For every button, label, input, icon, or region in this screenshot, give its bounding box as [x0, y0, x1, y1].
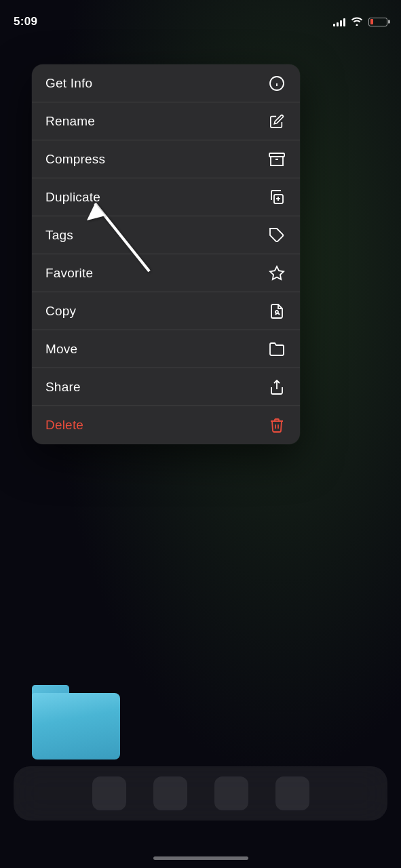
menu-item-duplicate-label: Duplicate — [45, 190, 100, 205]
wifi-icon — [351, 16, 363, 28]
menu-item-favorite[interactable]: Favorite — [32, 254, 300, 292]
duplicate-icon — [267, 188, 286, 207]
signal-icon — [333, 18, 345, 26]
menu-item-get-info[interactable]: Get Info — [32, 64, 300, 102]
trash-icon — [267, 416, 286, 435]
menu-item-compress-label: Compress — [45, 152, 105, 167]
menu-item-compress[interactable]: Compress — [32, 140, 300, 178]
folder-thumbnail — [32, 685, 120, 760]
battery-fill — [370, 19, 374, 24]
svg-marker-9 — [270, 267, 284, 279]
tag-icon — [267, 226, 286, 245]
folder-icon — [267, 340, 286, 359]
folder-area — [32, 685, 120, 760]
menu-item-get-info-label: Get Info — [45, 76, 92, 91]
menu-item-copy[interactable]: Copy — [32, 292, 300, 330]
dock-blur — [14, 766, 387, 821]
menu-item-rename[interactable]: Rename — [32, 102, 300, 140]
dock-area — [0, 780, 401, 848]
pencil-icon — [267, 112, 286, 131]
menu-item-tags-label: Tags — [45, 228, 73, 243]
status-icons — [333, 16, 387, 28]
battery-icon — [368, 18, 387, 26]
home-indicator — [153, 856, 248, 860]
info-icon — [267, 74, 286, 93]
archive-icon — [267, 150, 286, 169]
star-icon — [267, 264, 286, 283]
menu-item-duplicate[interactable]: Duplicate — [32, 178, 300, 216]
share-icon — [267, 378, 286, 397]
svg-rect-3 — [269, 153, 284, 157]
menu-item-tags[interactable]: Tags — [32, 216, 300, 254]
menu-item-move-label: Move — [45, 342, 77, 357]
copy-icon — [267, 302, 286, 321]
menu-item-share[interactable]: Share — [32, 368, 300, 406]
menu-item-delete[interactable]: Delete — [32, 406, 300, 444]
menu-item-share-label: Share — [45, 380, 81, 395]
menu-item-delete-label: Delete — [45, 418, 83, 433]
status-bar: 5:09 — [0, 0, 401, 35]
menu-item-copy-label: Copy — [45, 304, 76, 319]
context-menu: Get Info Rename Compress — [32, 64, 300, 444]
menu-item-favorite-label: Favorite — [45, 266, 93, 281]
status-time: 5:09 — [14, 15, 37, 28]
menu-item-rename-label: Rename — [45, 114, 95, 129]
menu-item-move[interactable]: Move — [32, 330, 300, 368]
